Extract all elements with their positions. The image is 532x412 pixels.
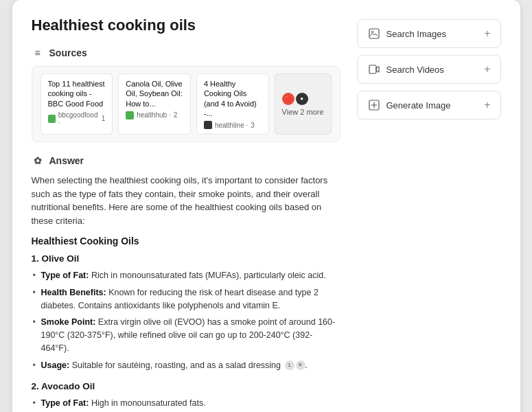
answer-icon: ✿	[32, 154, 44, 167]
bullet-bold-1-3: Smoke Point:	[41, 317, 96, 327]
source-meta-1: bbcgoodfood · 1	[48, 111, 106, 126]
search-images-plus: +	[484, 27, 490, 40]
oil-bullets-2: Type of Fat: High in monounsaturated fat…	[32, 397, 340, 412]
oil-title-2: 2. Avocado Oil	[32, 381, 340, 391]
svg-rect-0	[369, 29, 379, 38]
answer-intro: When selecting the healthiest cooking oi…	[32, 174, 340, 227]
more-icon-2: ●	[296, 93, 308, 105]
sources-icon: ≡	[32, 47, 44, 59]
sources-section: ≡ Sources Top 11 healthiest cooking oils…	[32, 47, 340, 142]
search-images-button[interactable]: Search Images +	[357, 19, 501, 48]
image-icon	[367, 27, 381, 41]
bullet-bold-1-2: Health Benefits:	[41, 288, 106, 297]
sources-header: ≡ Sources	[32, 47, 340, 59]
cite-badge-2: ✕	[296, 360, 305, 370]
main-card: Healthiest cooking oils ≡ Sources Top 11…	[12, 0, 520, 412]
source-meta-3: healthline · 3	[204, 121, 262, 129]
bullet-bold-1-1: Type of Fat:	[41, 271, 89, 280]
more-icons-row: 🔴 ●	[282, 93, 308, 105]
oil-bullets-1: Type of Fat: Rich in monounsaturated fat…	[32, 269, 340, 371]
source-title-1: Top 11 healthiest cooking oils - BBC Goo…	[48, 79, 106, 108]
generate-image-label: Generate Image	[386, 100, 451, 111]
generate-image-button[interactable]: Generate Image +	[357, 91, 501, 119]
main-content-area: Healthiest cooking oils ≡ Sources Top 11…	[32, 16, 340, 412]
search-images-label: Search Images	[386, 29, 446, 39]
source-title-3: 4 Healthy Cooking Oils (and 4 to Avoid) …	[204, 79, 262, 118]
search-videos-plus: +	[484, 63, 490, 76]
source-card-2[interactable]: Canola Oil, Olive Oil, Soybean Oil: How …	[118, 73, 191, 135]
answer-label: Answer	[49, 155, 84, 166]
sidebar: Search Images + Search Videos +	[357, 16, 501, 412]
source-title-2: Canola Oil, Olive Oil, Soybean Oil: How …	[126, 79, 183, 108]
svg-point-1	[371, 31, 373, 33]
source-site-1: bbcgoodfood ·	[58, 111, 99, 126]
source-card-3[interactable]: 4 Healthy Cooking Oils (and 4 to Avoid) …	[196, 73, 269, 135]
source-favicon-2	[126, 111, 134, 119]
generate-image-plus: +	[484, 99, 490, 111]
generate-icon	[367, 98, 381, 112]
source-favicon-1	[48, 115, 56, 123]
source-card-more[interactable]: 🔴 ● View 2 more	[275, 73, 332, 135]
more-icon-1: 🔴	[282, 93, 294, 105]
cite-badge-1: 1	[285, 360, 294, 370]
answer-subtitle: Healthiest Cooking Oils	[32, 236, 340, 247]
bullet-2-1: Type of Fat: High in monounsaturated fat…	[32, 397, 340, 410]
source-site-3: healthline ·	[215, 122, 248, 129]
source-card-1[interactable]: Top 11 healthiest cooking oils - BBC Goo…	[41, 73, 113, 135]
svg-rect-2	[369, 65, 376, 73]
source-num-2: 2	[174, 111, 178, 119]
view-more-label: View 2 more	[282, 108, 324, 116]
search-videos-label: Search Videos	[386, 65, 444, 75]
sources-container: Top 11 healthiest cooking oils - BBC Goo…	[32, 66, 340, 142]
oil-title-1: 1. Olive Oil	[32, 253, 340, 264]
search-videos-left: Search Videos	[367, 62, 444, 76]
answer-section: ✿ Answer When selecting the healthiest c…	[32, 154, 340, 412]
source-favicon-3	[204, 121, 212, 129]
search-videos-button[interactable]: Search Videos +	[357, 55, 501, 84]
bullet-1-4: Usage: Suitable for sautéing, roasting, …	[32, 359, 340, 372]
source-meta-2: healthhub · 2	[126, 111, 183, 119]
source-site-2: healthhub ·	[137, 111, 171, 119]
source-num-1: 1	[102, 115, 106, 122]
source-num-3: 3	[251, 122, 255, 129]
page-title: Healthiest cooking oils	[32, 16, 340, 34]
sources-label: Sources	[49, 47, 87, 58]
video-icon	[367, 62, 381, 76]
bullet-1-2: Health Benefits: Known for reducing the …	[32, 286, 340, 312]
answer-header: ✿ Answer	[32, 154, 340, 167]
search-images-left: Search Images	[367, 27, 446, 41]
bullet-bold-2-1: Type of Fat:	[41, 398, 89, 408]
bullet-bold-1-4: Usage:	[41, 360, 70, 370]
bullet-1-3: Smoke Point: Extra virgin olive oil (EVO…	[32, 316, 340, 354]
oil-section-1: 1. Olive Oil Type of Fat: Rich in monoun…	[32, 253, 340, 371]
generate-image-left: Generate Image	[367, 98, 451, 112]
oil-section-2: 2. Avocado Oil Type of Fat: High in mono…	[32, 381, 340, 412]
bullet-1-1: Type of Fat: Rich in monounsaturated fat…	[32, 269, 340, 282]
